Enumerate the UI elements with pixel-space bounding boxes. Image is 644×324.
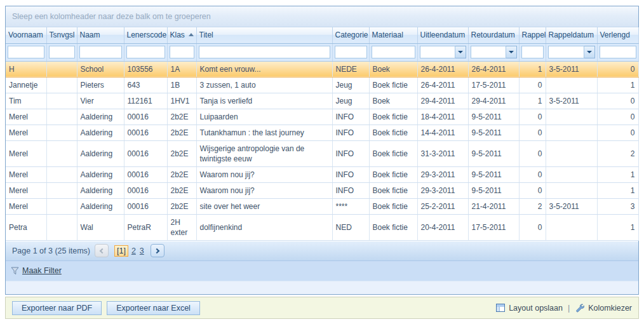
column-chooser-wrench-icon xyxy=(575,303,584,313)
cell-rappel: 0 xyxy=(519,77,546,93)
filter-input-rappel[interactable] xyxy=(521,46,544,58)
column-header-categorie[interactable]: Categorie xyxy=(332,27,369,43)
column-header-naam[interactable]: Naam xyxy=(77,27,124,43)
cell-rappel: 1 xyxy=(519,93,546,109)
filter-input-materiaal[interactable] xyxy=(372,46,415,58)
cell-categorie: Jeug xyxy=(332,93,369,109)
filter-input-retourdatum[interactable] xyxy=(471,46,506,58)
column-label: Lenerscode xyxy=(127,30,167,39)
table-row[interactable]: MerelAaldering000162b2EWaarom nou jij?IN… xyxy=(6,166,638,182)
column-label: Titel xyxy=(199,30,213,39)
loans-table: VoornaamTsnvgslNaamLenerscodeKlasTitelCa… xyxy=(6,27,639,241)
filter-panel-empty-area xyxy=(6,281,638,294)
table-row[interactable]: MerelAaldering000162b2Esite over het wee… xyxy=(6,198,638,214)
export-excel-button[interactable]: Exporteer naar Excel xyxy=(107,301,200,315)
filter-input-klas[interactable] xyxy=(170,46,194,58)
cell-lenerscode: 00016 xyxy=(124,198,167,214)
column-header-uitleendatum[interactable]: Uitleendatum xyxy=(417,27,468,43)
cell-materiaal: Boek fictie xyxy=(369,214,417,240)
filter-dropdown-rappeldatum[interactable] xyxy=(584,46,595,58)
export-pdf-button[interactable]: Exporteer naar PDF xyxy=(12,301,102,315)
table-row[interactable]: PetraWalPetraR2H exterdolfijnenkindNEDBo… xyxy=(6,214,638,240)
column-label: Materiaal xyxy=(372,30,403,39)
cell-naam: Aaldering xyxy=(77,140,124,166)
column-header-klas[interactable]: Klas xyxy=(167,27,196,43)
filter-input-naam[interactable] xyxy=(79,46,122,58)
cell-tsnvgsl xyxy=(46,125,77,140)
table-row[interactable]: HSchool1035561AKomt een vrouw...NEDEBoek… xyxy=(6,61,638,77)
cell-retourdatum: 9-5-2011 xyxy=(468,125,519,140)
cell-lenerscode: PetraR xyxy=(124,214,167,240)
cell-rappeldatum xyxy=(546,109,597,125)
cell-retourdatum: 9-5-2011 xyxy=(468,182,519,198)
previous-page-button[interactable] xyxy=(95,244,109,257)
filter-input-categorie[interactable] xyxy=(335,46,367,58)
cell-materiaal: Boek fictie xyxy=(369,166,417,182)
save-layout-link[interactable]: Layout opslaan xyxy=(509,304,563,313)
cell-verlengd: 1 xyxy=(597,77,638,93)
cell-categorie: INFO xyxy=(332,166,369,182)
table-row[interactable]: MerelAaldering000162b2EWaarom nou jij?IN… xyxy=(6,182,638,198)
filter-input-verlengd[interactable] xyxy=(600,46,636,58)
filter-input-titel[interactable] xyxy=(199,46,330,58)
table-row[interactable]: JannetjePieters6431B3 zussen, 1 autoJeug… xyxy=(6,77,638,93)
pager-current-page[interactable]: [1] xyxy=(114,245,128,257)
filter-input-voornaam[interactable] xyxy=(8,46,44,58)
column-header-rappel[interactable]: Rappel xyxy=(519,27,546,43)
cell-lenerscode: 00016 xyxy=(124,140,167,166)
filter-cell-tsnvgsl xyxy=(46,43,77,61)
column-label: Verlengd xyxy=(600,30,630,39)
cell-rappel: 2 xyxy=(519,198,546,214)
cell-titel: 3 zussen, 1 auto xyxy=(196,77,332,93)
cell-rappel: 0 xyxy=(519,109,546,125)
filter-cell-uitleendatum xyxy=(417,43,468,61)
table-row[interactable]: MerelAaldering000162b2ETutankhamun : the… xyxy=(6,125,638,140)
toolbar-separator: | xyxy=(568,304,570,313)
cell-klas: 2b2E xyxy=(167,125,196,140)
group-by-panel[interactable]: Sleep een kolomheader naar deze balk om … xyxy=(6,6,638,27)
pager-page-link[interactable]: 3 xyxy=(138,246,146,255)
column-header-verlengd[interactable]: Verlengd xyxy=(597,27,638,43)
table-row[interactable]: MerelAaldering000162b2ELuipaardenINFOBoe… xyxy=(6,109,638,125)
cell-naam: Aaldering xyxy=(77,182,124,198)
cell-naam: Pieters xyxy=(77,77,124,93)
table-row[interactable]: TimVier1121611HV1Tanja is verliefdJeugBo… xyxy=(6,93,638,109)
column-header-tsnvgsl[interactable]: Tsnvgsl xyxy=(46,27,77,43)
filter-input-lenerscode[interactable] xyxy=(126,46,165,58)
filter-input-tsnvgsl[interactable] xyxy=(49,46,75,58)
cell-titel: Wijsgerige antropologie van de twintigst… xyxy=(196,140,332,166)
column-header-retourdatum[interactable]: Retourdatum xyxy=(468,27,519,43)
create-filter-link[interactable]: Maak Filter xyxy=(22,266,62,275)
table-row[interactable]: MerelAaldering000162b2EWijsgerige antrop… xyxy=(6,140,638,166)
column-chooser-link[interactable]: Kolomkiezer xyxy=(588,304,632,313)
cell-materiaal: Boek fictie xyxy=(369,198,417,214)
column-header-lenerscode[interactable]: Lenerscode xyxy=(124,27,167,43)
cell-uitleendatum: 14-4-2011 xyxy=(417,125,468,140)
filter-dropdown-retourdatum[interactable] xyxy=(506,46,517,58)
pager-page-link[interactable]: 2 xyxy=(130,246,138,255)
cell-tsnvgsl xyxy=(46,214,77,240)
cell-retourdatum: 9-5-2011 xyxy=(468,109,519,125)
filter-input-rappeldatum[interactable] xyxy=(548,46,584,58)
column-header-materiaal[interactable]: Materiaal xyxy=(369,27,417,43)
column-label: Rappel xyxy=(522,30,546,39)
cell-lenerscode: 112161 xyxy=(124,93,167,109)
filter-cell-rappel xyxy=(519,43,546,61)
cell-rappeldatum xyxy=(546,182,597,198)
column-header-rappeldatum[interactable]: Rappeldatum xyxy=(546,27,597,43)
filter-input-uitleendatum[interactable] xyxy=(420,46,455,58)
filter-dropdown-uitleendatum[interactable] xyxy=(455,46,466,58)
cell-tsnvgsl xyxy=(46,109,77,125)
cell-lenerscode: 00016 xyxy=(124,125,167,140)
cell-verlengd: 1 xyxy=(597,182,638,198)
cell-uitleendatum: 29-3-2011 xyxy=(417,166,468,182)
cell-rappel: 0 xyxy=(519,125,546,140)
cell-naam: Aaldering xyxy=(77,198,124,214)
cell-voornaam: Merel xyxy=(6,182,46,198)
column-header-titel[interactable]: Titel xyxy=(196,27,332,43)
next-page-button[interactable] xyxy=(151,244,164,257)
cell-titel: Tanja is verliefd xyxy=(196,93,332,109)
column-header-voornaam[interactable]: Voornaam xyxy=(6,27,46,43)
cell-naam: Aaldering xyxy=(77,109,124,125)
filter-cell-titel xyxy=(196,43,332,61)
